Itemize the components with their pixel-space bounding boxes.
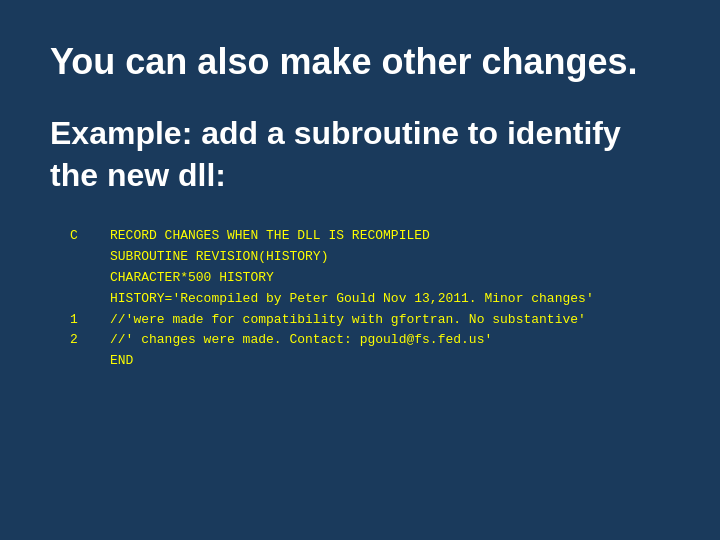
code-row-6: 2 //' changes were made. Contact: pgould… [70,330,670,351]
code-line-1: RECORD CHANGES WHEN THE DLL IS RECOMPILE… [110,226,430,247]
line-prefix-c: C [70,226,110,247]
code-row-7: END [70,351,670,372]
main-heading: You can also make other changes. [50,40,670,83]
sub-heading: Example: add a subroutine to identify th… [50,113,670,196]
code-block: C RECORD CHANGES WHEN THE DLL IS RECOMPI… [70,226,670,372]
slide-container: You can also make other changes. Example… [0,0,720,540]
code-row-4: HISTORY='Recompiled by Peter Gould Nov 1… [70,289,670,310]
code-line-4: HISTORY='Recompiled by Peter Gould Nov 1… [110,289,594,310]
code-line-7: END [110,351,133,372]
code-row-1: C RECORD CHANGES WHEN THE DLL IS RECOMPI… [70,226,670,247]
code-line-2: SUBROUTINE REVISION(HISTORY) [110,247,328,268]
code-row-2: SUBROUTINE REVISION(HISTORY) [70,247,670,268]
code-row-3: CHARACTER*500 HISTORY [70,268,670,289]
code-line-3: CHARACTER*500 HISTORY [110,268,274,289]
code-line-6: //' changes were made. Contact: pgould@f… [110,330,492,351]
code-row-5: 1 //'were made for compatibility with gf… [70,310,670,331]
line-prefix-1: 1 [70,310,110,331]
line-prefix-2: 2 [70,330,110,351]
code-line-5: //'were made for compatibility with gfor… [110,310,586,331]
